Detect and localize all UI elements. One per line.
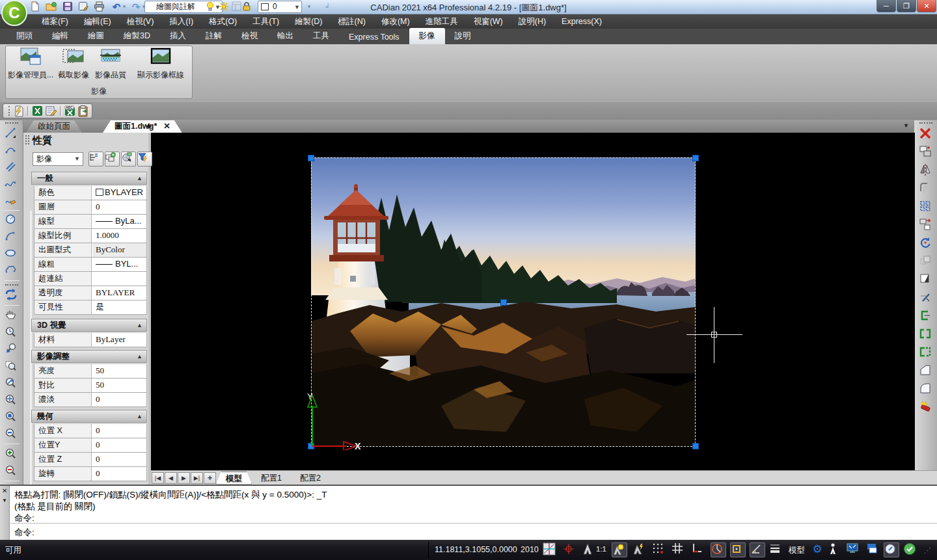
zoom-in-icon[interactable] bbox=[5, 447, 19, 461]
arc-3pt-icon[interactable] bbox=[5, 144, 19, 157]
resize-grip-icon[interactable]: ⋰ bbox=[924, 546, 932, 555]
array-icon[interactable] bbox=[919, 200, 933, 213]
zoom-out-window-icon[interactable] bbox=[5, 427, 19, 441]
prop-row-brightness[interactable]: 亮度50 bbox=[34, 364, 147, 379]
image-manager-button[interactable]: 影像管理員... bbox=[7, 47, 54, 88]
prop-row-plotstyle[interactable]: 出圖型式ByColor bbox=[34, 243, 147, 258]
menu-help[interactable]: 說明(H) bbox=[511, 14, 554, 29]
etransmit-icon[interactable] bbox=[13, 105, 25, 117]
ribbon-tab-insert[interactable]: 插入 bbox=[160, 28, 196, 44]
named-views-icon[interactable] bbox=[5, 288, 19, 302]
break-icon[interactable] bbox=[919, 327, 933, 341]
tab-drawing1[interactable]: 圖面1.dwg*✕ bbox=[103, 120, 182, 133]
offset-icon[interactable] bbox=[919, 181, 933, 195]
explode-icon[interactable] bbox=[919, 400, 933, 414]
ellipse-icon[interactable] bbox=[5, 247, 19, 261]
prop-row-lineweight[interactable]: 線粗BYL... bbox=[34, 258, 147, 272]
section-3d-visual[interactable]: 3D 視覺▲ bbox=[31, 319, 147, 332]
zoom-realtime-icon[interactable] bbox=[5, 326, 19, 340]
grid-icon[interactable] bbox=[672, 542, 687, 557]
menu-modify[interactable]: 修改(M) bbox=[373, 14, 418, 29]
excel-export-icon[interactable] bbox=[32, 105, 43, 116]
fillet-icon[interactable] bbox=[919, 382, 933, 395]
join-icon[interactable] bbox=[919, 345, 933, 359]
grid-target-icon[interactable] bbox=[562, 542, 578, 557]
ribbon-tab-home[interactable]: 開頭 bbox=[7, 28, 42, 44]
new-tab-button[interactable]: + bbox=[146, 120, 152, 132]
lineweight-icon[interactable] bbox=[769, 542, 785, 557]
object-type-combo[interactable]: 影像▼ bbox=[33, 152, 83, 166]
menu-file[interactable]: 檔案(F) bbox=[34, 14, 76, 29]
toolbar-grip[interactable] bbox=[8, 106, 10, 116]
menu-dimension[interactable]: 標註(N) bbox=[331, 14, 373, 29]
zoom-dynamic-icon[interactable] bbox=[5, 377, 19, 390]
tab-model[interactable]: 模型 bbox=[216, 472, 252, 485]
ribbon-tab-tools[interactable]: 工具 bbox=[303, 28, 339, 44]
ribbon-tab-view[interactable]: 檢視 bbox=[232, 28, 267, 44]
ribbon-tab-express[interactable]: Express Tools bbox=[339, 30, 409, 44]
otrack-icon[interactable] bbox=[750, 542, 765, 557]
dot-grid-icon[interactable] bbox=[652, 542, 668, 557]
polar-tracking-icon[interactable] bbox=[711, 542, 726, 557]
menu-draw[interactable]: 繪製(D) bbox=[287, 14, 330, 29]
edit-text-icon[interactable] bbox=[46, 105, 57, 116]
menu-express[interactable]: Express(X) bbox=[554, 14, 610, 29]
menu-view[interactable]: 檢視(V) bbox=[119, 14, 162, 29]
ucs-person-icon[interactable] bbox=[582, 542, 597, 557]
prop-row-contrast[interactable]: 對比50 bbox=[34, 379, 147, 393]
last-layout-icon[interactable]: ▶| bbox=[191, 472, 203, 484]
trim-icon[interactable] bbox=[919, 291, 933, 304]
menu-edit[interactable]: 編輯(E) bbox=[76, 14, 119, 29]
section-geometry[interactable]: 幾何▲ bbox=[31, 410, 147, 423]
grip-center[interactable] bbox=[500, 299, 507, 306]
ortho-icon[interactable] bbox=[691, 542, 707, 557]
zoom-previous-icon[interactable] bbox=[5, 343, 19, 356]
status-scale[interactable]: 1:1 bbox=[596, 545, 606, 553]
prop-row-ltscale[interactable]: 線型比例1.0000 bbox=[34, 229, 147, 243]
pan-icon[interactable] bbox=[5, 309, 19, 323]
palette-grip[interactable] bbox=[25, 135, 29, 144]
revision-cloud-icon[interactable] bbox=[5, 264, 19, 278]
minimize-button[interactable]: ─ bbox=[876, 0, 896, 12]
restore-button[interactable]: ❐ bbox=[897, 0, 916, 12]
drawing-canvas[interactable]: Y X bbox=[151, 133, 915, 470]
select-all-icon[interactable] bbox=[121, 152, 136, 167]
ribbon-tab-image[interactable]: 影像 bbox=[409, 28, 445, 44]
zoom-center-icon[interactable] bbox=[5, 393, 19, 407]
ok-check-icon[interactable] bbox=[903, 542, 919, 557]
workspace-windows-icon[interactable] bbox=[865, 542, 881, 557]
extend-icon[interactable] bbox=[919, 309, 933, 323]
new-layout-icon[interactable]: + bbox=[204, 472, 216, 484]
menu-advanced[interactable]: 進階工具 bbox=[418, 14, 466, 29]
quick-select-icon[interactable] bbox=[88, 152, 103, 167]
prev-layout-icon[interactable]: ◀ bbox=[165, 472, 177, 484]
toolbar-grip[interactable] bbox=[5, 122, 18, 125]
zoom-in-window-icon[interactable] bbox=[5, 410, 19, 424]
erase-icon[interactable] bbox=[919, 127, 933, 140]
ribbon-tab-output[interactable]: 輸出 bbox=[267, 28, 303, 44]
prop-row-linetype[interactable]: 線型ByLa... bbox=[34, 215, 147, 229]
menu-format[interactable]: 格式(O) bbox=[201, 14, 245, 29]
toolbar-grip[interactable] bbox=[919, 122, 932, 125]
image-frame-button[interactable]: 顯示影像框線 bbox=[131, 47, 191, 88]
prop-row-fade[interactable]: 濃淡0 bbox=[34, 393, 147, 407]
paste-clipboard-icon[interactable] bbox=[78, 105, 88, 117]
prop-row-pos-z[interactable]: 位置 Z0 bbox=[34, 453, 147, 467]
prop-row-rotation[interactable]: 旋轉0 bbox=[34, 467, 147, 481]
ribbon-tab-draw3d[interactable]: 繪製3D bbox=[114, 28, 160, 44]
add-selection-icon[interactable] bbox=[105, 152, 120, 167]
prop-row-pos-y[interactable]: 位置Y0 bbox=[34, 438, 147, 453]
scale-icon[interactable] bbox=[919, 254, 933, 268]
line-icon[interactable] bbox=[5, 127, 19, 140]
section-general[interactable]: 一般▲ bbox=[31, 172, 147, 185]
spellcheck-icon[interactable]: ABC bbox=[64, 105, 75, 116]
mirror-icon[interactable] bbox=[919, 163, 933, 177]
prop-row-transparency[interactable]: 透明度BYLAYER bbox=[34, 286, 147, 300]
tab-layout2[interactable]: 配置2 bbox=[291, 472, 330, 485]
menu-window[interactable]: 視窗(W) bbox=[466, 14, 511, 29]
ribbon-tab-annotate[interactable]: 註解 bbox=[196, 28, 232, 44]
zoom-window-icon[interactable] bbox=[5, 360, 19, 373]
tab-close-icon[interactable]: ✕ bbox=[163, 122, 170, 131]
stretch-icon[interactable] bbox=[919, 273, 933, 286]
quick-properties-icon[interactable] bbox=[884, 542, 899, 557]
